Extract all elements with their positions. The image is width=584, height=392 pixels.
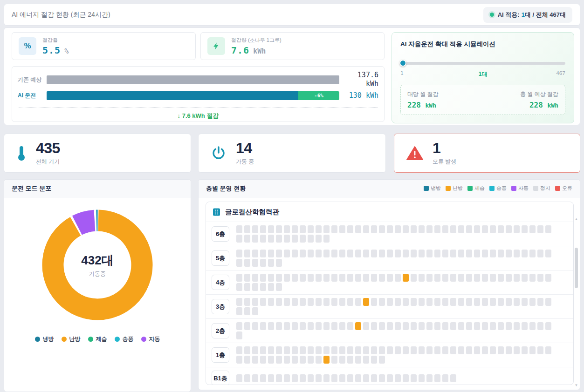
device-unit-정지	[300, 346, 306, 354]
device-unit-정지	[260, 374, 266, 382]
device-unit-정지	[426, 322, 433, 330]
device-unit-정지	[252, 225, 258, 233]
device-unit-정지	[284, 225, 290, 233]
floor-units-grid	[236, 346, 552, 364]
doughnut-legend-item-제습[interactable]: 제습	[88, 335, 107, 343]
device-unit-정지	[292, 235, 298, 243]
ai-bar-row: AI 운전 -6% 130 kWh	[18, 88, 378, 103]
device-unit-정지	[347, 322, 353, 330]
device-unit-정지	[490, 298, 496, 306]
doughnut-legend-item-난방[interactable]: 난방	[62, 335, 81, 343]
device-unit-정지	[522, 346, 528, 354]
device-unit-정지	[514, 225, 520, 233]
device-unit-정지	[347, 374, 353, 382]
device-unit-정지	[355, 274, 361, 282]
device-unit-정지	[522, 322, 528, 330]
device-unit-정지	[284, 322, 290, 330]
percent-icon: %	[19, 37, 36, 55]
building-card: 글로컬산학협력관 6층5층4층3층2층1층B1층	[206, 202, 574, 385]
legend-swatch-icon	[446, 186, 451, 191]
device-unit-정지	[276, 235, 282, 243]
device-unit-정지	[450, 374, 456, 382]
device-unit-정지	[284, 298, 290, 306]
scrollbar-up-arrow[interactable]: ▲	[574, 217, 579, 222]
error-devices-value: 1	[433, 141, 456, 155]
device-unit-정지	[545, 250, 551, 257]
device-unit-정지	[482, 298, 488, 306]
device-unit-정지	[308, 356, 314, 364]
per-unit-saving-label: 대당 월 절감	[407, 90, 439, 98]
device-unit-정지	[260, 322, 266, 330]
device-unit-정지	[244, 356, 250, 364]
device-unit-정지	[347, 274, 353, 282]
floor-row-5층: 5층	[206, 246, 573, 270]
device-unit-정지	[308, 298, 314, 306]
doughnut-legend-item-냉방[interactable]: 냉방	[35, 335, 54, 343]
floor-label: 6층	[212, 226, 229, 242]
device-unit-정지	[316, 250, 322, 257]
savings-amount-card: 절감량 (소나무 1그루) 7.6 kWh	[200, 32, 385, 60]
device-unit-정지	[276, 259, 282, 267]
legend-label: 제습	[474, 185, 485, 192]
page-title: AI 에너지 절감 현황 (최근 24시간)	[12, 11, 110, 19]
bolt-icon	[207, 37, 225, 55]
device-unit-정지	[316, 235, 322, 243]
device-unit-정지	[498, 298, 504, 306]
device-unit-정지	[371, 250, 377, 257]
device-unit-정지	[292, 274, 298, 282]
device-unit-정지	[490, 322, 496, 330]
device-unit-정지	[403, 322, 409, 330]
device-unit-정지	[474, 346, 480, 354]
legend-swatch-icon	[467, 186, 473, 191]
device-unit-정지	[300, 250, 306, 257]
device-unit-정지	[371, 356, 377, 364]
device-unit-난방	[323, 356, 330, 364]
floor-legend-item-난방: 난방	[446, 185, 463, 192]
device-unit-정지	[236, 331, 242, 339]
ai-run-label: AI 운전	[18, 92, 47, 100]
scrollbar[interactable]: ▲ ▼	[574, 217, 579, 388]
device-unit-정지	[395, 225, 401, 233]
device-unit-정지	[395, 250, 401, 257]
device-unit-정지	[403, 250, 409, 257]
device-unit-정지	[268, 250, 274, 257]
floor-units-grid	[236, 274, 552, 291]
legend-label: 자동	[149, 335, 160, 343]
device-unit-정지	[252, 250, 258, 257]
device-unit-정지	[268, 374, 274, 382]
floor-label: B1층	[212, 371, 229, 385]
device-unit-정지	[537, 298, 543, 306]
scrollbar-down-arrow[interactable]: ▼	[574, 383, 579, 388]
device-unit-정지	[363, 250, 369, 257]
total-saving-value: 228 kWh	[520, 101, 558, 109]
dashboard-page: AI 에너지 절감 현황 (최근 24시간) AI 적용: 1대 / 전체 46…	[0, 0, 584, 392]
device-unit-정지	[236, 259, 242, 267]
device-unit-정지	[355, 374, 361, 382]
slider-track[interactable]	[400, 62, 565, 65]
scrollbar-thumb[interactable]	[575, 248, 578, 288]
doughnut-legend-item-송풍[interactable]: 송풍	[115, 335, 134, 343]
device-unit-정지	[300, 356, 306, 364]
savings-amount-label: 절감량 (소나무 1그루)	[231, 37, 282, 44]
device-unit-정지	[339, 374, 345, 382]
device-unit-정지	[276, 225, 282, 233]
device-unit-정지	[379, 374, 385, 382]
floor-units-grid	[236, 374, 552, 382]
doughnut-legend-item-자동[interactable]: 자동	[141, 335, 160, 343]
device-unit-정지	[308, 235, 314, 243]
device-unit-정지	[474, 298, 480, 306]
device-unit-정지	[482, 250, 488, 257]
simulation-slider[interactable]	[400, 60, 565, 67]
device-unit-정지	[506, 250, 512, 257]
device-unit-정지	[514, 298, 520, 306]
device-unit-정지	[434, 322, 440, 330]
device-unit-정지	[284, 235, 290, 243]
doughnut-segment-자동	[77, 221, 94, 225]
device-unit-정지	[300, 374, 306, 382]
device-unit-정지	[323, 298, 330, 306]
device-unit-정지	[331, 250, 337, 257]
device-unit-정지	[363, 346, 369, 354]
slider-thumb[interactable]	[399, 60, 406, 67]
energy-summary-section: % 절감율 5.5 % 절감량 (소나무 1그루) 7.6 kWh	[4, 27, 580, 125]
running-devices-value: 14	[236, 141, 254, 155]
